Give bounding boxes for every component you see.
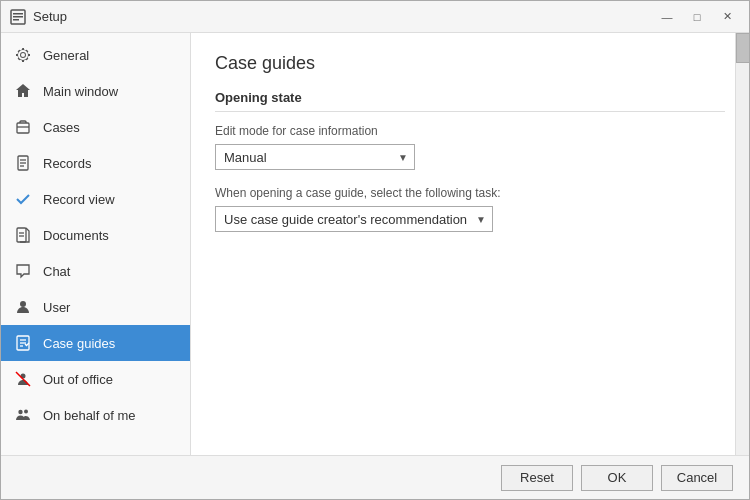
- sidebar-item-cases[interactable]: Cases: [1, 109, 190, 145]
- outofoffice-icon: [13, 369, 33, 389]
- title-bar: Setup — □ ✕: [1, 1, 749, 33]
- sidebar-label-main-window: Main window: [43, 84, 118, 99]
- sidebar-item-records[interactable]: Records: [1, 145, 190, 181]
- svg-rect-1: [13, 13, 23, 15]
- section-title: Opening state: [215, 90, 725, 112]
- recordview-icon: [13, 189, 33, 209]
- minimize-button[interactable]: —: [653, 6, 681, 28]
- task-select[interactable]: Use case guide creator's recommendation …: [216, 207, 492, 231]
- page-title: Case guides: [215, 53, 725, 74]
- content-area: Case guides Opening state Edit mode for …: [191, 33, 749, 455]
- svg-rect-2: [13, 16, 23, 18]
- chat-icon: [13, 261, 33, 281]
- reset-button[interactable]: Reset: [501, 465, 573, 491]
- sidebar-label-case-guides: Case guides: [43, 336, 115, 351]
- content-scrollbar[interactable]: [735, 33, 749, 455]
- svg-point-13: [20, 301, 26, 307]
- records-icon: [13, 153, 33, 173]
- sidebar-item-case-guides[interactable]: Case guides: [1, 325, 190, 361]
- sidebar-item-documents[interactable]: Documents: [1, 217, 190, 253]
- maximize-button[interactable]: □: [683, 6, 711, 28]
- sidebar-item-chat[interactable]: Chat: [1, 253, 190, 289]
- sidebar-label-general: General: [43, 48, 89, 63]
- scrollbar-thumb[interactable]: [736, 33, 749, 63]
- onbehalf-icon: [13, 405, 33, 425]
- home-icon: [13, 81, 33, 101]
- gear-icon: [13, 45, 33, 65]
- cases-icon: [13, 117, 33, 137]
- svg-rect-4: [17, 123, 29, 133]
- close-button[interactable]: ✕: [713, 6, 741, 28]
- edit-mode-label: Edit mode for case information: [215, 124, 725, 138]
- sidebar: General Main window Ca: [1, 33, 191, 455]
- sidebar-item-main-window[interactable]: Main window: [1, 73, 190, 109]
- sidebar-item-user[interactable]: User: [1, 289, 190, 325]
- main-content: General Main window Ca: [1, 33, 749, 455]
- caseguides-icon: [13, 333, 33, 353]
- sidebar-item-general[interactable]: General: [1, 37, 190, 73]
- window-icon: [9, 8, 27, 26]
- sidebar-label-user: User: [43, 300, 70, 315]
- window-controls: — □ ✕: [653, 6, 741, 28]
- sidebar-item-on-behalf-of-me[interactable]: On behalf of me: [1, 397, 190, 433]
- ok-button[interactable]: OK: [581, 465, 653, 491]
- cancel-button[interactable]: Cancel: [661, 465, 733, 491]
- window-title: Setup: [33, 9, 653, 24]
- svg-rect-3: [13, 19, 19, 21]
- svg-rect-10: [17, 228, 26, 242]
- footer: Reset OK Cancel: [1, 455, 749, 499]
- edit-mode-select-wrapper[interactable]: Manual Auto ▼: [215, 144, 415, 170]
- sidebar-label-on-behalf-of-me: On behalf of me: [43, 408, 136, 423]
- sidebar-label-chat: Chat: [43, 264, 70, 279]
- sidebar-item-record-view[interactable]: Record view: [1, 181, 190, 217]
- sidebar-label-record-view: Record view: [43, 192, 115, 207]
- sidebar-label-documents: Documents: [43, 228, 109, 243]
- edit-mode-select[interactable]: Manual Auto: [216, 145, 414, 169]
- task-select-wrapper[interactable]: Use case guide creator's recommendation …: [215, 206, 493, 232]
- sidebar-item-out-of-office[interactable]: Out of office: [1, 361, 190, 397]
- task-label: When opening a case guide, select the fo…: [215, 186, 725, 200]
- documents-icon: [13, 225, 33, 245]
- sidebar-label-out-of-office: Out of office: [43, 372, 113, 387]
- user-icon: [13, 297, 33, 317]
- setup-window: Setup — □ ✕ General: [0, 0, 750, 500]
- sidebar-label-records: Records: [43, 156, 91, 171]
- svg-point-20: [18, 410, 22, 414]
- svg-point-21: [24, 410, 28, 414]
- sidebar-label-cases: Cases: [43, 120, 80, 135]
